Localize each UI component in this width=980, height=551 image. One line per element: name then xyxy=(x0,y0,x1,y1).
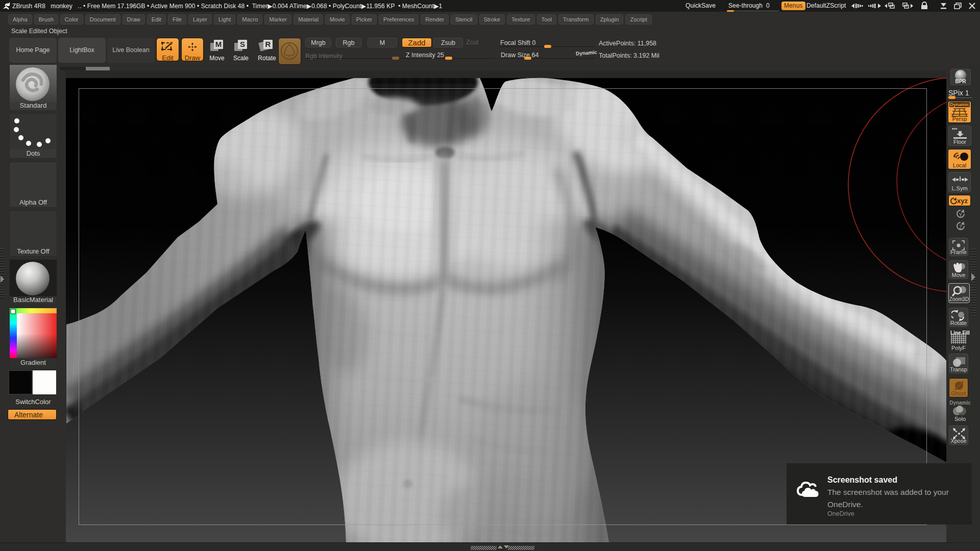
svg-text:M: M xyxy=(215,40,222,48)
svg-text:Y: Y xyxy=(959,212,963,218)
svg-text:BPR: BPR xyxy=(955,79,966,84)
svg-text:R: R xyxy=(265,40,271,48)
svg-text:S: S xyxy=(240,40,245,48)
svg-text:Z: Z xyxy=(959,224,962,230)
